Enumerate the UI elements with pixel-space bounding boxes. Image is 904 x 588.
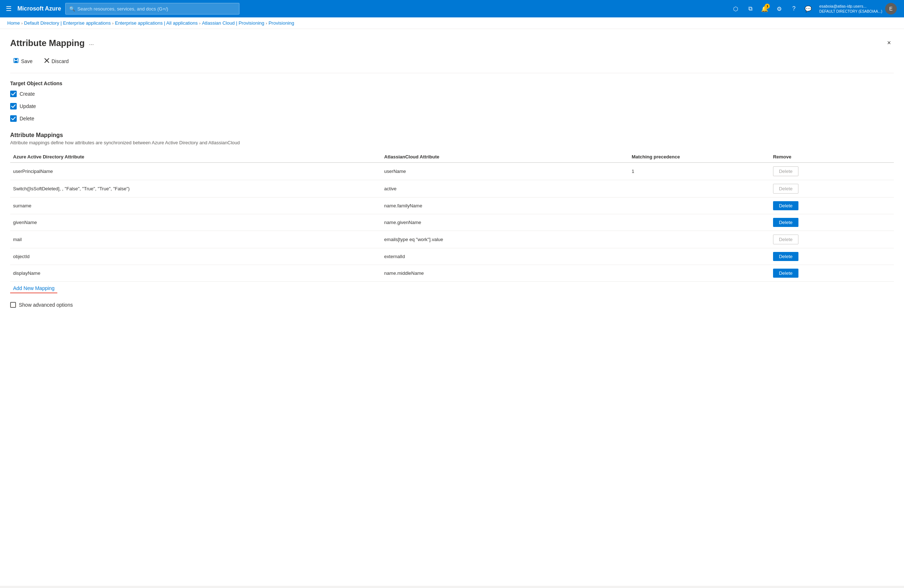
advanced-options-checkbox[interactable] [10, 302, 16, 308]
breadcrumb-home[interactable]: Home [7, 20, 20, 26]
page-title-more-btn[interactable]: ... [89, 40, 93, 46]
table-row: mailemails[type eq "work"].valueDelete [10, 231, 894, 248]
table-row: displayNamename.middleNameDelete [10, 265, 894, 282]
cell-cloud: externalId [381, 248, 629, 265]
settings-btn[interactable]: ⚙ [773, 2, 786, 15]
cell-matching [629, 214, 770, 231]
cell-remove: Delete [770, 163, 894, 180]
table-header-cloud: AtlassianCloud Attribute [381, 151, 629, 163]
checkbox-create-row: Create [10, 91, 894, 97]
save-icon [13, 58, 19, 65]
cloud-shell-btn[interactable]: ⬡ [729, 2, 742, 15]
target-object-actions: Target Object Actions Create Update [10, 80, 894, 122]
svg-rect-1 [15, 58, 17, 60]
cell-cloud: emails[type eq "work"].value [381, 231, 629, 248]
breadcrumb-sep-4: › [266, 21, 267, 25]
delete-button[interactable]: Delete [773, 269, 798, 278]
user-menu[interactable]: esaboia@atlas-idp.users... DEFAULT DIREC… [816, 2, 900, 15]
checkbox-delete-row: Delete [10, 115, 894, 122]
breadcrumb-sep-3: › [199, 21, 201, 25]
cell-aad[interactable]: displayName [10, 265, 381, 282]
cell-matching [629, 248, 770, 265]
breadcrumb-provisioning[interactable]: Provisioning [269, 20, 294, 26]
cell-aad[interactable]: surname [10, 197, 381, 214]
checkbox-create[interactable] [10, 91, 17, 97]
search-input[interactable] [77, 6, 235, 12]
add-new-mapping-link[interactable]: Add New Mapping [10, 282, 57, 293]
notification-badge: 1 [765, 4, 770, 9]
feedback-btn[interactable]: 💬 [802, 2, 815, 15]
breadcrumb: Home › Default Directory | Enterprise ap… [0, 17, 904, 29]
table-row: objectIdexternalIdDelete [10, 248, 894, 265]
page-title-row: Attribute Mapping ... × [10, 38, 894, 48]
cell-aad[interactable]: givenName [10, 214, 381, 231]
cell-cloud: name.givenName [381, 214, 629, 231]
cell-matching [629, 265, 770, 282]
discard-button[interactable]: Discard [41, 56, 71, 67]
cell-cloud: active [381, 180, 629, 197]
table-row: Switch([IsSoftDeleted], , "False", "True… [10, 180, 894, 197]
table-header-matching: Matching precedence [629, 151, 770, 163]
notifications-btn[interactable]: 🔔 1 [758, 2, 771, 15]
portal-settings-btn[interactable]: ⧉ [744, 2, 757, 15]
cell-cloud: name.familyName [381, 197, 629, 214]
delete-button-disabled: Delete [773, 184, 798, 194]
help-btn[interactable]: ? [787, 2, 800, 15]
search-box[interactable]: 🔍 [65, 3, 239, 14]
main-content: Attribute Mapping ... × Save [0, 29, 904, 586]
discard-label: Discard [52, 58, 69, 64]
attribute-mappings-title: Attribute Mappings [10, 132, 894, 139]
cell-matching: 1 [629, 163, 770, 180]
save-label: Save [21, 58, 33, 64]
table-row: givenNamename.givenNameDelete [10, 214, 894, 231]
checkbox-delete[interactable] [10, 115, 17, 122]
cell-remove: Delete [770, 248, 894, 265]
avatar[interactable]: E [885, 3, 897, 14]
cell-matching [629, 180, 770, 197]
app-brand: Microsoft Azure [17, 5, 61, 12]
search-icon: 🔍 [69, 6, 75, 12]
cell-remove: Delete [770, 180, 894, 197]
target-actions-label: Target Object Actions [10, 80, 894, 86]
cell-aad[interactable]: objectId [10, 248, 381, 265]
cell-remove: Delete [770, 197, 894, 214]
page-title: Attribute Mapping [10, 38, 85, 48]
topnav-icons: ⬡ ⧉ 🔔 1 ⚙ ? 💬 esaboia@atlas-idp.users...… [729, 2, 900, 15]
delete-button[interactable]: Delete [773, 201, 798, 210]
cell-remove: Delete [770, 265, 894, 282]
table-row: userPrincipalNameuserName1Delete [10, 163, 894, 180]
advanced-options-label: Show advanced options [19, 302, 73, 308]
breadcrumb-atlassian-provisioning[interactable]: Atlassian Cloud | Provisioning [202, 20, 264, 26]
cell-aad[interactable]: Switch([IsSoftDeleted], , "False", "True… [10, 180, 381, 197]
cell-cloud: userName [381, 163, 629, 180]
table-header-remove: Remove [770, 151, 894, 163]
user-directory: DEFAULT DIRECTORY (ESABOIAA...) [819, 9, 882, 14]
user-info: esaboia@atlas-idp.users... DEFAULT DIREC… [819, 4, 882, 13]
cell-aad[interactable]: userPrincipalName [10, 163, 381, 180]
attribute-mappings-section: Attribute Mappings Attribute mappings de… [10, 132, 894, 308]
svg-rect-2 [14, 61, 17, 63]
hamburger-menu[interactable]: ☰ [4, 3, 13, 14]
delete-button[interactable]: Delete [773, 252, 798, 261]
cell-remove: Delete [770, 231, 894, 248]
advanced-options-row: Show advanced options [10, 302, 894, 308]
delete-button-disabled: Delete [773, 235, 798, 244]
save-button[interactable]: Save [10, 55, 36, 67]
breadcrumb-sep-2: › [112, 21, 114, 25]
discard-icon [44, 58, 49, 65]
breadcrumb-enterprise-apps[interactable]: Default Directory | Enterprise applicati… [24, 20, 111, 26]
toolbar: Save Discard [10, 55, 894, 73]
breadcrumb-all-apps[interactable]: Enterprise applications | All applicatio… [115, 20, 198, 26]
checkbox-update-row: Update [10, 103, 894, 109]
checkbox-update-label: Update [20, 103, 36, 109]
mapping-table: Azure Active Directory Attribute Atlassi… [10, 151, 894, 282]
cell-remove: Delete [770, 214, 894, 231]
cell-cloud: name.middleName [381, 265, 629, 282]
attribute-mappings-description: Attribute mappings define how attributes… [10, 140, 894, 145]
top-navigation: ☰ Microsoft Azure 🔍 ⬡ ⧉ 🔔 1 ⚙ ? 💬 esaboi… [0, 0, 904, 17]
checkbox-update[interactable] [10, 103, 17, 109]
close-button[interactable]: × [884, 38, 894, 48]
cell-aad[interactable]: mail [10, 231, 381, 248]
cell-matching [629, 231, 770, 248]
delete-button[interactable]: Delete [773, 218, 798, 227]
